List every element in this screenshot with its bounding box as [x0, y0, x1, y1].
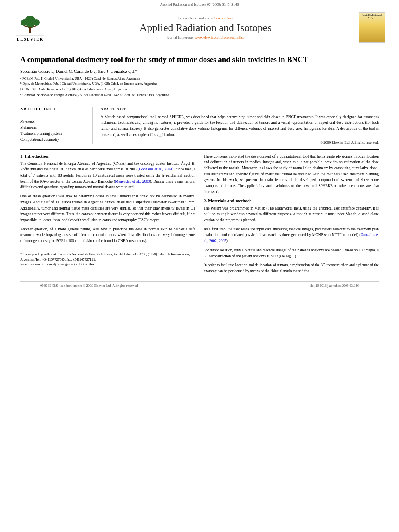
section2-title: 2. Materials and methods — [204, 198, 379, 203]
section2-para3: For tumor location, only a picture and m… — [204, 247, 379, 259]
section1-title: 1. Introduction — [20, 154, 195, 158]
footnote-email: E-mail address: srjgonzal@cnea.gov.ar (S… — [20, 262, 195, 267]
footnote-email-text: E-mail address: srjgonzal@cnea.gov.ar (S… — [20, 262, 96, 266]
section2-para1: The system was programmed in Matlab (The… — [204, 205, 379, 223]
section2-para4: In order to facilitate location and deli… — [204, 262, 379, 274]
affil-text-b: Dpto. de Matemática, Pab. I Ciudad Unive… — [23, 81, 158, 86]
doi-text: doi:10.1016/j.apradiso.2009.03.036 — [310, 283, 359, 288]
ref-gonzalez2002[interactable]: González et al., 2002, 2005 — [204, 233, 379, 243]
main-content: A computational dosimetry tool for the s… — [0, 47, 399, 297]
affil-sup-c: c — [20, 87, 21, 91]
affil-sup-b: b — [20, 81, 22, 86]
affil-sup-d: d — [20, 92, 22, 97]
authors-text: Sebastián Gossio a, Daniel G. Carando b,… — [20, 69, 137, 74]
left-col: 1. Introduction The Comisión Nacional de… — [20, 154, 195, 277]
affil-text-c: CONICET, Avda. Rivadavia 1917, (1033) Cd… — [22, 87, 127, 92]
affiliation-c: c CONICET, Avda. Rivadavia 1917, (1033) … — [20, 87, 379, 92]
right-col: These concerns motivated the development… — [204, 154, 379, 277]
keyword-1: Melanoma — [20, 125, 88, 131]
authors: Sebastián Gossio a, Daniel G. Carando b,… — [20, 69, 379, 74]
keywords-label: Keywords: — [20, 119, 88, 123]
keyword-3: Computational dosimetry — [20, 137, 88, 143]
journal-cover-image: Applied Radiation and Isotopes — [359, 12, 385, 43]
sciencedirect-link[interactable]: ScienceDirect — [214, 16, 234, 20]
journal-homepage: journal homepage: www.elsevier.com/locat… — [52, 35, 359, 39]
issn-text: 0969-8043/$ - see front matter © 2009 El… — [40, 283, 139, 288]
logo-left: ELSEVIER — [8, 14, 52, 41]
affiliations: a FCEyN, Pab. II Ciudad Universitaria, U… — [20, 76, 379, 98]
affil-text-a: FCEyN, Pab. II Ciudad Universitaria, UBA… — [22, 76, 140, 81]
divider-ai — [20, 115, 88, 115]
section2-para2: As a first step, the user loads the inpu… — [204, 226, 379, 244]
keyword-2: Treatment planning system — [20, 131, 88, 137]
article-info-abstract: ARTICLE INFO Keywords: Melanoma Treatmen… — [20, 107, 379, 144]
elsevier-tree-icon — [16, 14, 44, 36]
journal-header: ELSEVIER Contents lists available at Sci… — [0, 8, 399, 47]
top-header-text: Applied Radiation and Isotopes 67 (2009)… — [160, 2, 239, 6]
cover-right: Applied Radiation and Isotopes — [359, 12, 391, 43]
sciencedirect-label: Contents lists available at — [177, 16, 214, 20]
top-header: Applied Radiation and Isotopes 67 (2009)… — [0, 0, 399, 8]
homepage-link[interactable]: www.elsevier.com/locate/apradiso — [195, 35, 244, 39]
abstract-col: ABSTRACT A Matlab-based computational to… — [101, 107, 379, 144]
section1-para3: Another question, of a more general natu… — [20, 226, 195, 244]
footnote-section: * Corresponding author at: Comisión Naci… — [20, 249, 195, 267]
section1-right-para1: These concerns motivated the development… — [204, 154, 379, 195]
article-info-col: ARTICLE INFO Keywords: Melanoma Treatmen… — [20, 107, 93, 144]
footnote-corresponding-text: * Corresponding author at: Comisión Naci… — [20, 252, 190, 261]
elsevier-logo: ELSEVIER — [8, 14, 52, 41]
section1-para1: The Comisión Nacional de Energía Atómica… — [20, 161, 195, 191]
homepage-label: journal homepage: — [167, 35, 194, 39]
affiliation-d: d Comisión Nacional de Energía Atómica, … — [20, 92, 379, 98]
affil-text-d: Comisión Nacional de Energía Atómica, Av… — [23, 92, 169, 98]
affiliation-a: a FCEyN, Pab. II Ciudad Universitaria, U… — [20, 76, 379, 81]
svg-rect-5 — [29, 28, 31, 33]
article-title: A computational dosimetry tool for the s… — [20, 55, 379, 65]
divider-2 — [20, 149, 379, 150]
copyright-line: © 2009 Elsevier Ltd. All rights reserved… — [101, 140, 379, 144]
affil-sup-a: a — [20, 76, 21, 80]
journal-title: Applied Radiation and Isotopes — [52, 22, 359, 34]
elsevier-wordmark: ELSEVIER — [17, 37, 44, 41]
abstract-text: A Matlab-based computational tool, named… — [101, 114, 379, 138]
affiliation-b: b Dpto. de Matemática, Pab. I Ciudad Uni… — [20, 81, 379, 86]
article-info-header: ARTICLE INFO — [20, 107, 88, 111]
sciencedirect-line: Contents lists available at ScienceDirec… — [52, 16, 359, 20]
divider-1 — [20, 103, 379, 103]
ref-menendez2009[interactable]: Menéndez et al., 2009 — [115, 179, 150, 183]
journal-center-info: Contents lists available at ScienceDirec… — [52, 16, 359, 39]
ref-gonzalez2004[interactable]: González et al., 2004 — [139, 167, 172, 171]
bottom-bar: 0969-8043/$ - see front matter © 2009 El… — [20, 281, 379, 289]
page: Applied Radiation and Isotopes 67 (2009)… — [0, 0, 399, 532]
footnote-corresponding: * Corresponding author at: Comisión Naci… — [20, 252, 195, 262]
abstract-header: ABSTRACT — [101, 107, 379, 111]
section1-para2: One of these questions was how to determ… — [20, 193, 195, 223]
body-two-col: 1. Introduction The Comisión Nacional de… — [20, 154, 379, 277]
